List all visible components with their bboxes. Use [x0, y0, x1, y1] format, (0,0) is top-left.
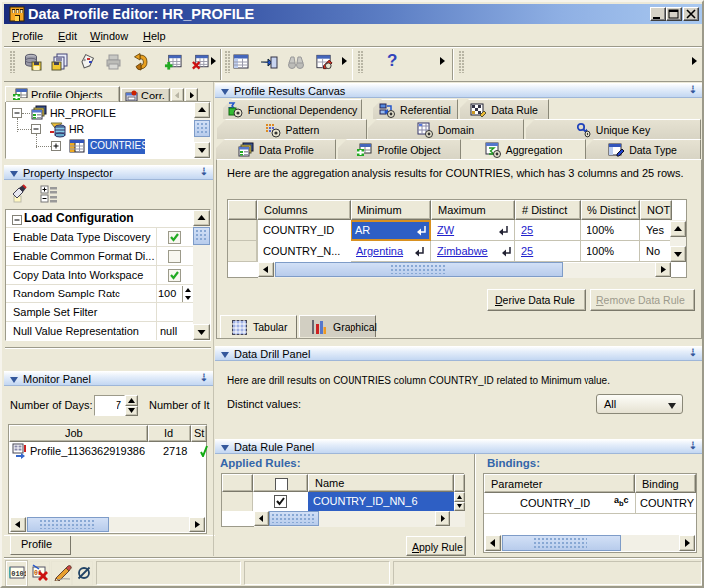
svg-text:0101: 0101 — [11, 570, 26, 578]
